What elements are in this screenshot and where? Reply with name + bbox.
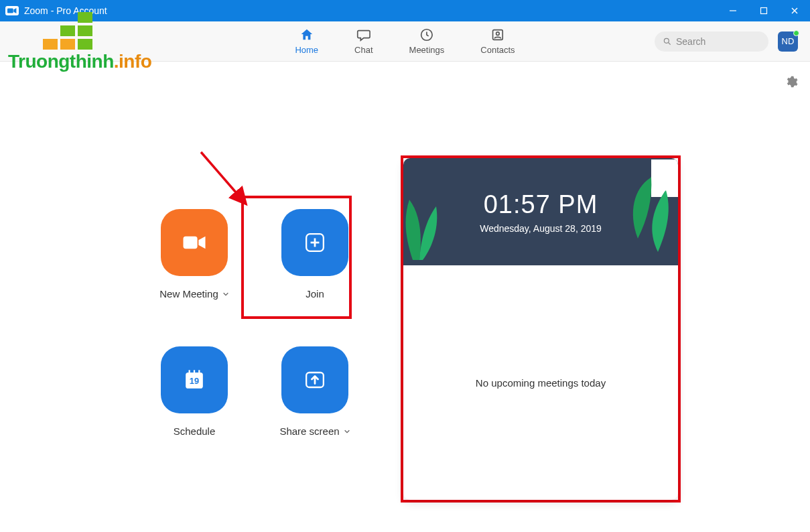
schedule-label: Schedule xyxy=(174,425,216,437)
watermark-text-left: Truongthinh xyxy=(8,51,114,72)
plant-decoration-icon xyxy=(403,186,446,265)
new-meeting-cell: New Meeting xyxy=(141,209,248,300)
clock-icon xyxy=(419,27,434,42)
schedule-button[interactable]: 19 xyxy=(161,346,228,413)
tab-meetings[interactable]: Meetings xyxy=(409,27,445,55)
tab-contacts[interactable]: Contacts xyxy=(480,27,515,55)
main-area: New Meeting Join 19 xyxy=(0,62,810,532)
annotation-arrow xyxy=(198,149,258,216)
share-screen-button[interactable] xyxy=(281,346,348,413)
annotation-highlight-meetings-panel: 01:57 PM Wednesday, August 28, 2019 No u… xyxy=(401,155,681,503)
new-meeting-button[interactable] xyxy=(161,209,228,276)
chevron-down-icon[interactable] xyxy=(344,428,350,435)
svg-line-9 xyxy=(669,42,671,44)
share-arrow-icon xyxy=(300,365,330,395)
gear-icon xyxy=(785,75,798,88)
svg-line-20 xyxy=(201,152,245,202)
close-button[interactable] xyxy=(779,0,810,21)
action-grid: New Meeting Join 19 xyxy=(141,209,368,437)
new-meeting-label: New Meeting xyxy=(159,288,218,300)
tab-meetings-label: Meetings xyxy=(409,45,445,55)
join-label: Join xyxy=(306,288,324,300)
meetings-card: 01:57 PM Wednesday, August 28, 2019 No u… xyxy=(403,158,678,500)
nav-tabs: Home Chat Meetings Contacts xyxy=(295,27,515,55)
tab-contacts-label: Contacts xyxy=(480,45,515,55)
clock-header: 01:57 PM Wednesday, August 28, 2019 xyxy=(403,158,678,265)
svg-point-8 xyxy=(664,38,669,43)
clock-date: Wednesday, August 28, 2019 xyxy=(480,223,602,234)
schedule-cell: 19 Schedule xyxy=(141,346,248,437)
plant-pot-decoration-icon xyxy=(611,158,678,259)
calendar-icon: 19 xyxy=(180,365,209,395)
video-icon xyxy=(180,228,209,257)
contacts-icon xyxy=(490,27,505,42)
watermark-text-right: .info xyxy=(114,51,152,72)
minimize-button[interactable] xyxy=(718,0,748,21)
svg-rect-2 xyxy=(761,8,767,14)
watermark-blocks-icon xyxy=(43,12,151,50)
avatar-initials: ND xyxy=(782,36,795,46)
chevron-down-icon[interactable] xyxy=(222,291,229,297)
tab-home[interactable]: Home xyxy=(295,27,318,55)
search-placeholder: Search xyxy=(676,36,705,47)
no-meetings-text: No upcoming meetings today xyxy=(476,377,606,389)
watermark-logo: Truongthinh.info xyxy=(8,12,151,72)
join-cell: Join xyxy=(261,209,368,300)
svg-rect-10 xyxy=(184,237,198,249)
avatar[interactable]: ND xyxy=(778,31,798,52)
home-icon xyxy=(299,27,314,42)
share-screen-label: Share screen xyxy=(279,425,339,437)
window-controls xyxy=(718,0,810,21)
clock-time: 01:57 PM xyxy=(484,190,598,219)
tab-home-label: Home xyxy=(295,45,318,55)
share-screen-cell: Share screen xyxy=(261,346,368,437)
svg-point-7 xyxy=(496,32,500,36)
maximize-button[interactable] xyxy=(748,0,779,21)
search-input[interactable]: Search xyxy=(655,31,768,52)
tab-chat[interactable]: Chat xyxy=(354,27,373,55)
svg-rect-21 xyxy=(651,159,678,197)
svg-text:19: 19 xyxy=(190,376,199,386)
search-icon xyxy=(663,37,672,46)
plus-icon xyxy=(300,228,330,257)
status-online-dot xyxy=(793,30,799,36)
tab-chat-label: Chat xyxy=(354,45,373,55)
join-button[interactable] xyxy=(281,209,348,276)
chat-icon xyxy=(356,27,371,42)
settings-button[interactable] xyxy=(785,75,798,91)
